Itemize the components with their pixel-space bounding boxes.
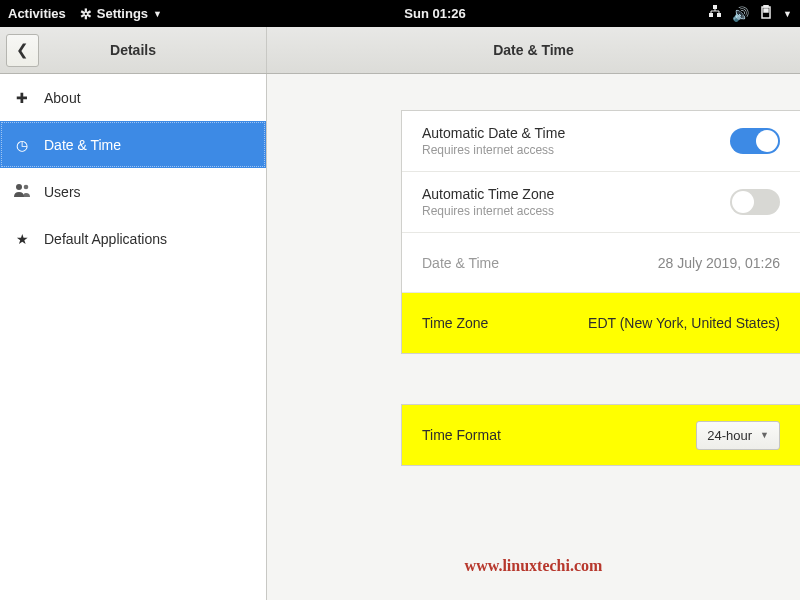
sidebar-item-label: Default Applications — [44, 231, 167, 247]
svg-rect-8 — [764, 5, 768, 7]
settings-group-auto: Automatic Date & Time Requires internet … — [401, 110, 800, 354]
gear-icon: ✲ — [80, 6, 92, 22]
row-subtitle: Requires internet access — [422, 143, 730, 157]
main-panel: Automatic Date & Time Requires internet … — [267, 74, 800, 600]
row-label: Time Format — [422, 427, 696, 443]
clock-icon: ◷ — [14, 137, 30, 153]
sidebar-item-label: Users — [44, 184, 81, 200]
svg-rect-1 — [709, 13, 713, 17]
sidebar-item-label: About — [44, 90, 81, 106]
chevron-left-icon: ❮ — [16, 41, 29, 59]
toggle-knob — [756, 130, 778, 152]
network-icon[interactable] — [708, 5, 722, 22]
svg-point-10 — [16, 184, 22, 190]
row-title: Automatic Date & Time — [422, 125, 730, 141]
activities-button[interactable]: Activities — [8, 6, 66, 21]
sidebar-title: Details — [0, 42, 266, 58]
sidebar-item-datetime[interactable]: ◷ Date & Time — [0, 121, 266, 168]
row-subtitle: Requires internet access — [422, 204, 730, 218]
settings-group-format: Time Format 24-hour ▼ — [401, 404, 800, 466]
toggle-auto-timezone[interactable] — [730, 189, 780, 215]
power-icon[interactable] — [759, 5, 773, 22]
chevron-down-icon: ▼ — [153, 9, 162, 19]
window-header: ❮ Details Date & Time — [0, 27, 800, 74]
svg-rect-9 — [764, 9, 768, 12]
combo-value: 24-hour — [707, 428, 752, 443]
svg-rect-2 — [717, 13, 721, 17]
chevron-down-icon: ▼ — [760, 430, 769, 440]
app-menu-label: Settings — [97, 6, 148, 21]
row-timezone[interactable]: Time Zone EDT (New York, United States) — [402, 293, 800, 353]
row-timeformat: Time Format 24-hour ▼ — [402, 405, 800, 465]
row-auto-datetime: Automatic Date & Time Requires internet … — [402, 111, 800, 172]
svg-point-11 — [24, 185, 29, 190]
system-menu-arrow[interactable]: ▼ — [783, 9, 792, 19]
app-menu[interactable]: ✲ Settings ▼ — [80, 6, 162, 22]
plus-icon: ✚ — [14, 90, 30, 106]
toggle-knob — [732, 191, 754, 213]
sidebar-item-label: Date & Time — [44, 137, 121, 153]
row-value: EDT (New York, United States) — [588, 315, 780, 331]
clock[interactable]: Sun 01:26 — [162, 6, 708, 21]
sidebar-item-default-apps[interactable]: ★ Default Applications — [0, 215, 266, 262]
toggle-auto-datetime[interactable] — [730, 128, 780, 154]
volume-icon[interactable]: 🔊 — [732, 6, 749, 22]
row-datetime[interactable]: Date & Time 28 July 2019, 01:26 — [402, 233, 800, 293]
users-icon — [14, 183, 30, 200]
page-title: Date & Time — [267, 42, 800, 58]
svg-rect-0 — [713, 5, 717, 9]
row-auto-timezone: Automatic Time Zone Requires internet ac… — [402, 172, 800, 233]
row-value: 28 July 2019, 01:26 — [658, 255, 780, 271]
star-icon: ★ — [14, 231, 30, 247]
row-label: Time Zone — [422, 315, 588, 331]
sidebar: ✚ About ◷ Date & Time Users ★ Default Ap… — [0, 74, 267, 600]
row-title: Automatic Time Zone — [422, 186, 730, 202]
sidebar-item-users[interactable]: Users — [0, 168, 266, 215]
row-label: Date & Time — [422, 255, 658, 271]
timeformat-combo[interactable]: 24-hour ▼ — [696, 421, 780, 450]
watermark: www.linuxtechi.com — [267, 557, 800, 575]
sidebar-item-about[interactable]: ✚ About — [0, 74, 266, 121]
back-button[interactable]: ❮ — [6, 34, 39, 67]
gnome-topbar: Activities ✲ Settings ▼ Sun 01:26 🔊 ▼ — [0, 0, 800, 27]
